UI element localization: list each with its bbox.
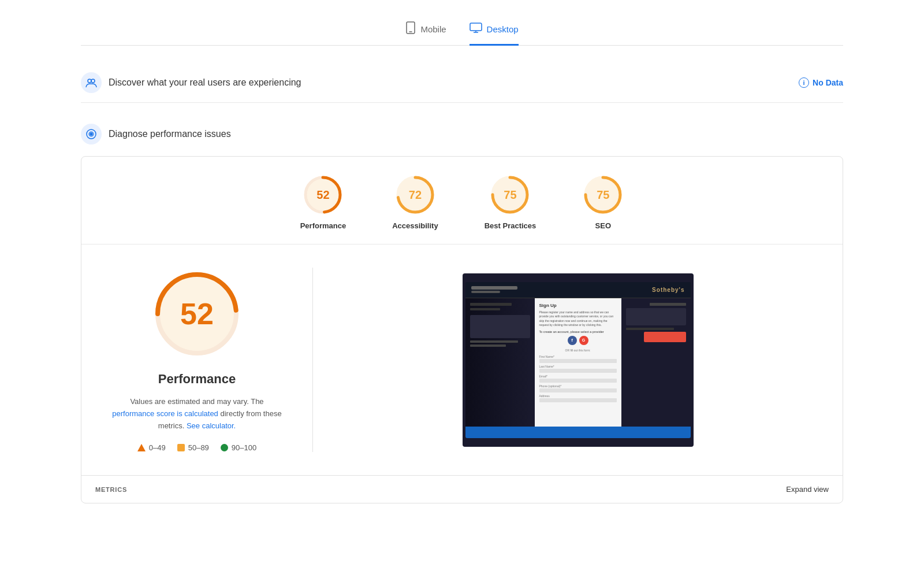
tab-desktop-label: Desktop — [487, 24, 519, 34]
score-label-performance: Performance — [300, 221, 346, 230]
info-icon: i — [799, 77, 809, 88]
triangle-icon — [137, 444, 146, 451]
tab-mobile[interactable]: Mobile — [405, 21, 446, 46]
real-users-title: Discover what your real users are experi… — [109, 77, 792, 88]
score-item-seo[interactable]: 75 SEO — [582, 174, 624, 230]
score-label-best-practices: Best Practices — [485, 221, 536, 230]
score-value-accessibility: 72 — [409, 188, 422, 202]
legend-item-high: 90–100 — [221, 443, 256, 452]
svg-point-9 — [90, 133, 92, 135]
score-legend: 0–49 50–89 90–100 — [137, 443, 256, 452]
legend-item-mid: 50–89 — [177, 443, 209, 452]
svg-point-6 — [91, 79, 95, 83]
no-data-label: No Data — [813, 78, 843, 87]
no-data-link[interactable]: i No Data — [799, 77, 843, 88]
score-label-seo: SEO — [595, 221, 611, 230]
metrics-footer: METRICS Expand view — [81, 475, 843, 503]
square-icon — [177, 444, 185, 451]
score-item-performance[interactable]: 52 Performance — [300, 174, 346, 230]
metrics-label: METRICS — [95, 486, 127, 493]
tab-bar: Mobile Desktop — [81, 12, 843, 46]
score-circle-accessibility: 72 — [394, 174, 436, 216]
diagnose-icon — [81, 124, 102, 144]
score-item-best-practices[interactable]: 75 Best Practices — [485, 174, 536, 230]
tab-desktop[interactable]: Desktop — [470, 21, 519, 46]
legend-range-mid: 50–89 — [188, 443, 209, 452]
score-item-accessibility[interactable]: 72 Accessibility — [392, 174, 438, 230]
main-card: 52 Performance 72 Accessibility — [81, 156, 843, 503]
performance-description: Values are estimated and may vary. The p… — [110, 396, 284, 432]
score-value-seo: 75 — [597, 188, 609, 202]
score-circle-best-practices: 75 — [489, 174, 531, 216]
score-value-best-practices: 75 — [504, 188, 516, 202]
diagnose-header: Diagnose performance issues — [81, 114, 843, 156]
left-panel: 52 Performance Values are estimated and … — [105, 268, 289, 452]
big-score-value: 52 — [180, 297, 214, 331]
desktop-icon — [470, 23, 482, 36]
legend-range-low: 0–49 — [149, 443, 166, 452]
legend-item-low: 0–49 — [137, 443, 166, 452]
right-panel: Sotheby's — [336, 268, 819, 452]
big-score-circle: 52 — [151, 268, 243, 360]
score-circle-seo: 75 — [582, 174, 624, 216]
svg-rect-2 — [470, 23, 482, 31]
score-circle-performance: 52 — [302, 174, 344, 216]
real-users-section: Discover what your real users are experi… — [81, 63, 843, 103]
expand-view-link[interactable]: Expand view — [786, 485, 829, 494]
legend-range-high: 90–100 — [232, 443, 256, 452]
content-area: 52 Performance Values are estimated and … — [81, 244, 843, 475]
score-label-accessibility: Accessibility — [392, 221, 438, 230]
score-row: 52 Performance 72 Accessibility — [81, 157, 843, 244]
score-value-performance: 52 — [316, 188, 329, 202]
vertical-divider — [312, 268, 313, 452]
calc-link[interactable]: See calculator. — [187, 421, 236, 430]
svg-point-5 — [88, 79, 91, 83]
real-users-icon — [81, 72, 102, 93]
circle-icon — [221, 444, 228, 451]
tab-mobile-label: Mobile — [420, 24, 446, 34]
desc-part1: Values are estimated and may vary. The — [130, 397, 263, 406]
perf-score-link[interactable]: performance score is calculated — [112, 409, 218, 418]
mobile-icon — [405, 21, 416, 37]
performance-detail-label: Performance — [158, 372, 236, 387]
website-screenshot: Sotheby's — [463, 273, 694, 447]
diagnose-title: Diagnose performance issues — [109, 129, 843, 139]
